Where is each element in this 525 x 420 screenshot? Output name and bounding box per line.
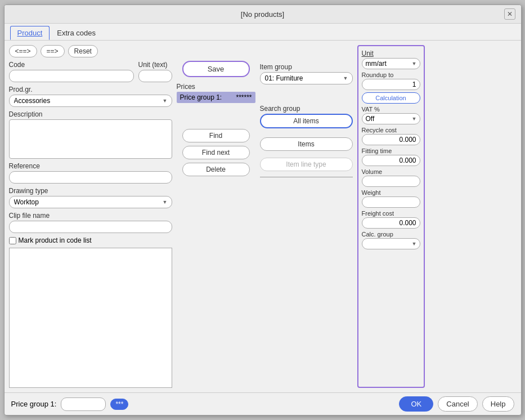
- vat-field: VAT % Off: [362, 106, 420, 124]
- prod-gr-label: Prod.gr.: [9, 86, 172, 93]
- next-button[interactable]: ==>: [41, 45, 65, 57]
- code-unit-row: Code Unit (text): [9, 61, 172, 82]
- save-button[interactable]: Save: [182, 61, 250, 77]
- all-items-button[interactable]: All items: [260, 114, 353, 128]
- clip-file-field-group: Clip file name: [9, 212, 172, 233]
- reference-input[interactable]: [9, 171, 172, 184]
- calculation-button[interactable]: Calculation: [362, 92, 420, 104]
- weight-field: Weight: [362, 189, 420, 208]
- cancel-button[interactable]: Cancel: [438, 396, 477, 412]
- tab-extra-codes[interactable]: Extra codes: [50, 26, 103, 40]
- prod-gr-select[interactable]: Accessories: [9, 95, 172, 107]
- unit-label: Unit: [362, 50, 420, 57]
- price-group-label: Price group 1:: [180, 93, 222, 101]
- bottom-price-input[interactable]: [61, 397, 106, 411]
- calc-group-select[interactable]: [362, 238, 420, 249]
- items-button[interactable]: Items: [260, 137, 353, 151]
- roundup-field: Roundup to: [362, 72, 420, 90]
- description-input[interactable]: [9, 119, 172, 159]
- code-field-group: Code: [9, 61, 134, 82]
- item-line-type-section: Item line type: [260, 158, 353, 171]
- bottom-price-group-label: Price group 1:: [11, 400, 57, 408]
- nav-buttons: <==> ==> Reset: [9, 45, 172, 57]
- price-group-bar: Price group 1: ***: [11, 397, 129, 411]
- search-group-field-group: Search group All items: [260, 105, 353, 128]
- freight-field: Freight cost: [362, 210, 420, 229]
- main-dialog: [No products] ✕ Product Extra codes <==>…: [4, 5, 522, 415]
- unit-text-input[interactable]: [138, 70, 172, 82]
- prev-button[interactable]: <==>: [9, 45, 37, 57]
- freight-label: Freight cost: [362, 210, 420, 217]
- left-panel: <==> ==> Reset Code Unit (text) Prod.gr.: [9, 45, 172, 388]
- search-group-label: Search group: [260, 105, 353, 113]
- dialog-title: [No products]: [21, 10, 504, 19]
- fitting-input[interactable]: [362, 155, 420, 166]
- unit-select[interactable]: mm/art: [362, 58, 420, 69]
- freight-input[interactable]: [362, 217, 420, 229]
- divider: [260, 177, 353, 177]
- calc-group-label: Calc. group: [362, 231, 420, 238]
- roundup-label: Roundup to: [362, 72, 420, 78]
- dots-button[interactable]: ***: [110, 399, 128, 410]
- price-group-row: Price group 1: ******: [177, 92, 255, 103]
- bottom-text-area[interactable]: [9, 248, 172, 388]
- tab-product[interactable]: Product: [10, 26, 50, 40]
- reset-button[interactable]: Reset: [68, 45, 98, 57]
- item-group-label: Item group: [260, 63, 353, 71]
- right-form-panel: Item group 01: Furniture Search group Al…: [260, 45, 353, 388]
- item-group-field-group: Item group 01: Furniture: [260, 63, 353, 84]
- item-line-type-button[interactable]: Item line type: [260, 158, 353, 171]
- prices-label: Prices: [177, 83, 255, 91]
- help-button[interactable]: Help: [482, 396, 514, 412]
- roundup-input[interactable]: [362, 79, 420, 90]
- code-label: Code: [9, 61, 134, 69]
- weight-input[interactable]: [362, 196, 420, 208]
- recycle-field: Recycle cost: [362, 127, 420, 145]
- mark-product-label: Mark product in code list: [19, 236, 92, 244]
- tab-bar: Product Extra codes: [5, 24, 521, 41]
- find-button[interactable]: Find: [182, 129, 250, 142]
- clip-file-input[interactable]: [9, 221, 172, 233]
- unit-select-wrapper: mm/art: [362, 58, 420, 69]
- item-group-select[interactable]: 01: Furniture: [260, 72, 353, 84]
- reference-label: Reference: [9, 162, 172, 170]
- description-field-group: Description: [9, 110, 172, 159]
- calc-group-field: Calc. group: [362, 231, 420, 249]
- prod-gr-select-wrapper: Accessories: [9, 95, 172, 107]
- mark-product-checkbox[interactable]: [9, 237, 16, 244]
- drawing-type-select-wrapper: Worktop: [9, 196, 172, 208]
- volume-label: Volume: [362, 168, 420, 175]
- prod-gr-field-group: Prod.gr. Accessories: [9, 86, 172, 107]
- recycle-input[interactable]: [362, 134, 420, 145]
- delete-button[interactable]: Delete: [182, 163, 250, 176]
- drawing-type-select[interactable]: Worktop: [9, 196, 172, 208]
- volume-input[interactable]: [362, 176, 420, 187]
- code-input[interactable]: [9, 70, 134, 82]
- unit-text-label: Unit (text): [138, 61, 172, 69]
- drawing-type-label: Drawing type: [9, 187, 172, 195]
- unit-field: Unit mm/art: [362, 50, 420, 69]
- bottom-bar: Price group 1: *** OK Cancel Help: [5, 392, 521, 415]
- description-label: Description: [9, 110, 172, 118]
- prices-section: Prices Price group 1: ******: [177, 83, 255, 103]
- vat-select-wrapper: Off: [362, 113, 420, 124]
- calc-group-select-wrapper: [362, 238, 420, 249]
- find-next-button[interactable]: Find next: [182, 146, 250, 159]
- dialog-content: <==> ==> Reset Code Unit (text) Prod.gr.: [5, 41, 521, 392]
- drawing-type-field-group: Drawing type Worktop: [9, 187, 172, 208]
- weight-label: Weight: [362, 189, 420, 196]
- mark-product-checkbox-label[interactable]: Mark product in code list: [9, 236, 172, 244]
- clip-file-label: Clip file name: [9, 212, 172, 220]
- vat-label: VAT %: [362, 106, 420, 113]
- vat-select[interactable]: Off: [362, 113, 420, 124]
- volume-field: Volume: [362, 168, 420, 187]
- fitting-label: Fitting time: [362, 148, 420, 154]
- item-group-select-wrapper: 01: Furniture: [260, 72, 353, 84]
- unit-config-panel: Unit mm/art Roundup to Calculation VAT %: [357, 45, 425, 388]
- price-group-stars: ******: [236, 93, 252, 101]
- title-bar: [No products] ✕: [5, 5, 521, 24]
- close-button[interactable]: ✕: [504, 8, 515, 20]
- reference-field-group: Reference: [9, 162, 172, 184]
- center-panel: Save Prices Price group 1: ****** Find F…: [177, 45, 255, 388]
- ok-button[interactable]: OK: [399, 396, 433, 412]
